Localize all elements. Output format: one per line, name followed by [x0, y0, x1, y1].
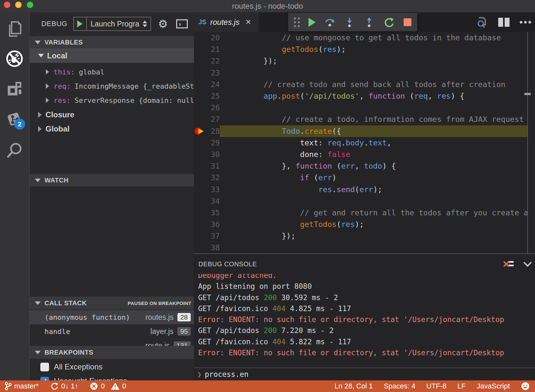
eol-status[interactable]: LF: [458, 382, 466, 390]
split-editor-icon[interactable]: [498, 18, 510, 27]
feedback-smiley-icon[interactable]: [521, 382, 530, 391]
editor-scrollbar[interactable]: [527, 32, 528, 253]
debug-console-title: DEBUG CONSOLE: [198, 260, 257, 268]
token-punc: [245, 150, 300, 159]
configure-gear-button[interactable]: ⚙: [158, 18, 168, 29]
step-out-button[interactable]: [364, 17, 375, 28]
language-mode-status[interactable]: JavaScript: [477, 382, 510, 390]
scope-global[interactable]: Global: [30, 122, 194, 136]
breakpoint-paused-icon[interactable]: [194, 125, 202, 137]
breakpoint-gutter[interactable]: [194, 137, 202, 149]
warnings-icon: [111, 382, 120, 390]
breakpoint-gutter[interactable]: [194, 90, 202, 102]
code-text: }, function (err, todo) {: [220, 160, 528, 172]
line-number[interactable]: 38: [202, 243, 220, 252]
sidebar-item-explorer[interactable]: [0, 19, 29, 39]
indentation-status[interactable]: Spaces: 4: [384, 382, 415, 390]
breakpoint-gutter[interactable]: [194, 44, 202, 55]
breakpoint-gutter[interactable]: [194, 183, 202, 195]
line-number[interactable]: 33: [202, 185, 220, 194]
code-text: [220, 242, 528, 253]
variables-section-header[interactable]: VARIABLES: [30, 36, 194, 48]
breakpoint-gutter[interactable]: [194, 230, 202, 242]
cursor-position-status[interactable]: Ln 28, Col 1: [335, 382, 373, 390]
line-number[interactable]: 21: [202, 45, 220, 54]
launch-config-select[interactable]: Launch Progra: [87, 20, 143, 28]
scope-closure[interactable]: Closure: [30, 107, 194, 122]
line-number[interactable]: 23: [202, 69, 220, 77]
source-control-badge: 2: [14, 119, 25, 130]
line-number[interactable]: 22: [202, 57, 220, 65]
line-number[interactable]: 37: [202, 232, 220, 240]
sidebar-item-extensions[interactable]: [0, 78, 29, 99]
line-number[interactable]: 30: [202, 150, 220, 159]
breakpoint-gutter[interactable]: [194, 102, 202, 113]
continue-button[interactable]: [308, 18, 316, 27]
stop-button[interactable]: [404, 18, 411, 26]
breakpoint-gutter[interactable]: [194, 67, 202, 79]
line-number[interactable]: 26: [202, 103, 220, 112]
breakpoint-gutter[interactable]: [194, 207, 202, 219]
sidebar-item-debug[interactable]: [0, 48, 29, 69]
callstack-frame[interactable]: (anonymous function) routes.js 28: [30, 310, 194, 324]
git-branch-status[interactable]: master*: [5, 382, 39, 390]
breakpoints-section-header[interactable]: BREAKPOINTS: [30, 346, 194, 359]
variable-name: req:: [54, 82, 71, 90]
variable-row-this[interactable]: this: global: [30, 65, 194, 79]
breakpoint-all-exceptions[interactable]: All Exceptions: [30, 360, 194, 373]
callstack-frame[interactable]: handle layer.js 95: [30, 324, 194, 338]
line-number[interactable]: 20: [202, 34, 220, 42]
tab-routes-js[interactable]: JS routes.js ✕: [194, 12, 258, 32]
problems-status[interactable]: 0 0: [90, 382, 126, 390]
breakpoint-gutter[interactable]: [194, 160, 202, 172]
open-debug-console-button[interactable]: ›: [176, 19, 188, 28]
drag-handle-icon[interactable]: [294, 17, 300, 27]
checkbox-checked[interactable]: ✓: [40, 377, 49, 381]
breakpoint-gutter[interactable]: [194, 242, 202, 253]
breakpoint-gutter[interactable]: [194, 219, 202, 230]
collapse-panel-icon[interactable]: [523, 259, 531, 267]
scope-local[interactable]: Local: [30, 48, 194, 63]
clear-console-icon[interactable]: [502, 259, 514, 269]
encoding-status[interactable]: UTF-8: [426, 382, 446, 390]
console-line: GET /favicon.ico 404 4.825 ms - 117: [198, 303, 535, 314]
repl-input[interactable]: process.en: [205, 370, 248, 378]
callstack-section-header[interactable]: CALL STACK PAUSED ON BREAKPOINT: [30, 297, 194, 309]
restart-button[interactable]: [383, 16, 395, 28]
code-text: [220, 67, 528, 79]
console-input-row[interactable]: ❯ process.en: [194, 368, 535, 380]
breakpoint-label: All Exceptions: [54, 362, 103, 371]
step-over-button[interactable]: [324, 17, 335, 28]
variable-row-req[interactable]: req: IncomingMessage {_readableSt…: [30, 79, 194, 93]
breakpoint-gutter[interactable]: [194, 172, 202, 183]
line-number[interactable]: 34: [202, 197, 220, 205]
token-punc: [245, 92, 264, 101]
checkbox-unchecked[interactable]: [40, 363, 49, 371]
sidebar-item-source-control[interactable]: 2: [0, 109, 29, 130]
line-number[interactable]: 25: [202, 92, 220, 100]
variable-row-res[interactable]: res: ServerResponse {domain: null…: [30, 93, 194, 107]
find-in-file-icon[interactable]: [476, 16, 489, 29]
breakpoint-gutter[interactable]: [194, 195, 202, 207]
line-number[interactable]: 28: [202, 127, 220, 135]
line-number[interactable]: 31: [202, 162, 220, 170]
breakpoint-gutter[interactable]: [194, 55, 202, 67]
line-number[interactable]: 32: [202, 173, 220, 182]
sidebar-item-search[interactable]: [0, 140, 29, 160]
breakpoint-gutter[interactable]: [194, 113, 202, 125]
close-tab-icon[interactable]: ✕: [245, 18, 251, 26]
title-bar: routes.js - node-todo: [0, 0, 535, 12]
line-number[interactable]: 35: [202, 209, 220, 217]
start-debug-button[interactable]: [74, 17, 87, 30]
watch-section-header[interactable]: WATCH: [30, 174, 194, 186]
breakpoint-uncaught-exceptions[interactable]: ✓ Uncaught Exceptions: [30, 375, 194, 380]
line-number[interactable]: 24: [202, 80, 220, 89]
step-into-button[interactable]: [344, 17, 355, 28]
line-number[interactable]: 27: [202, 115, 220, 123]
sync-status[interactable]: 0↓ 1↑: [50, 382, 78, 390]
breakpoint-gutter[interactable]: [194, 149, 202, 160]
line-number[interactable]: 36: [202, 220, 220, 229]
breakpoint-gutter[interactable]: [194, 79, 202, 90]
line-number[interactable]: 29: [202, 139, 220, 147]
breakpoint-gutter[interactable]: [194, 32, 202, 44]
